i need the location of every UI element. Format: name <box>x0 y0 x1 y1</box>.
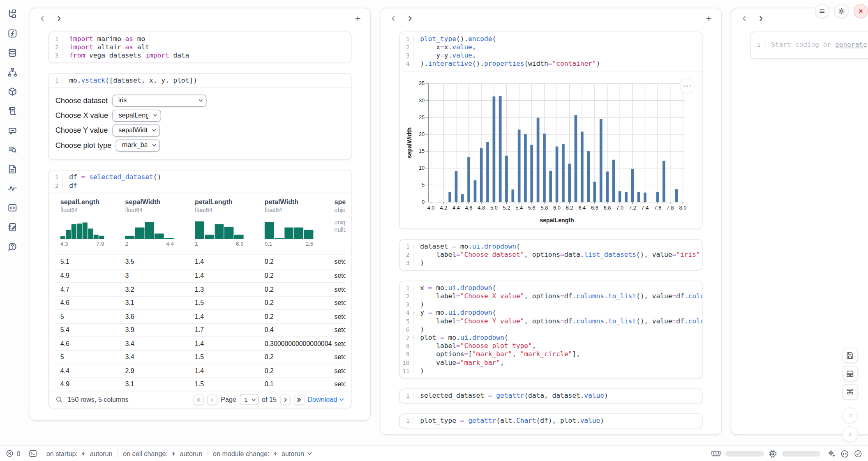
search-icon[interactable] <box>55 396 63 403</box>
last-page-button[interactable] <box>294 394 305 405</box>
scratchpad-icon[interactable] <box>5 220 19 234</box>
column-prev-button[interactable] <box>387 12 399 25</box>
column-histogram <box>60 218 104 239</box>
svg-text:6.2: 6.2 <box>566 205 573 211</box>
column-prev-button[interactable] <box>36 12 48 25</box>
y-value-label: Choose Y value <box>55 126 108 134</box>
table-row: 4.42.91.40.2setosa <box>55 364 346 377</box>
connection-status-button[interactable] <box>854 449 863 458</box>
code-editor[interactable]: 1mo.vstack([dataset, x, y, plot]) <box>49 74 351 88</box>
table-row: 4.63.41.40.30000000000000004setosa <box>55 337 346 350</box>
cpu-icon <box>769 449 778 458</box>
svg-text:5.2: 5.2 <box>503 205 510 211</box>
next-page-button[interactable] <box>280 394 291 405</box>
svg-text:6.4: 6.4 <box>578 205 586 211</box>
first-page-button[interactable] <box>193 394 204 405</box>
help-icon[interactable] <box>5 239 19 254</box>
svg-text:4.2: 4.2 <box>440 205 447 211</box>
chevron-down-icon <box>339 397 344 402</box>
top-right-controls <box>815 4 868 18</box>
errors-indicator[interactable]: 0 <box>5 449 20 458</box>
sidebar <box>0 0 24 445</box>
layout-button[interactable] <box>842 366 858 381</box>
on-startup-toggle[interactable]: on startup: autorun <box>46 449 113 457</box>
altair-chart[interactable]: 4.04.24.44.64.85.05.25.45.65.86.06.26.46… <box>405 76 702 229</box>
svg-text:4.4: 4.4 <box>452 205 460 211</box>
svg-text:5: 5 <box>422 182 425 188</box>
x-value-select[interactable]: sepalLength <box>113 109 162 122</box>
generate-with-ai-link[interactable]: generate <box>835 41 867 49</box>
script-icon[interactable] <box>5 104 19 118</box>
column-prev-button[interactable] <box>738 12 750 25</box>
zap-icon <box>272 450 279 457</box>
chatbot-icon[interactable] <box>5 123 19 137</box>
cell-dataframe: 1df = selected_dataset()2df sepalLength … <box>48 170 351 409</box>
file-explorer-icon[interactable] <box>5 7 19 21</box>
y-value-select[interactable]: sepalWidth <box>112 124 160 136</box>
page-select[interactable]: 1 <box>240 394 259 405</box>
column-header-sepalWidth[interactable]: sepalWidth float64 24.4 <box>120 193 190 255</box>
floating-actions: ⌘ <box>842 348 858 442</box>
snippets-icon[interactable] <box>5 201 19 215</box>
notebook-column-1: 1import marimo as mo2import altair as al… <box>29 8 371 421</box>
dataset-control-row: Choose dataset iris <box>55 93 351 108</box>
packages-icon[interactable] <box>5 84 19 99</box>
tracing-icon[interactable] <box>5 181 19 195</box>
run-button[interactable] <box>842 426 858 442</box>
dataset-select[interactable]: iris <box>112 95 206 107</box>
svg-text:15: 15 <box>419 148 425 154</box>
zap-icon <box>81 450 87 457</box>
keyboard-shortcuts-button[interactable]: ⌘ <box>842 384 858 400</box>
notebook-menu-button[interactable] <box>815 4 829 18</box>
code-editor[interactable]: 1plot_type = getattr(alt.Chart(df), plot… <box>399 414 702 428</box>
column-header-petalLength[interactable]: petalLength float64 16.9 <box>190 193 260 255</box>
column-histogram <box>125 218 174 239</box>
documentation-icon[interactable] <box>5 161 19 176</box>
svg-text:7.6: 7.6 <box>654 205 661 211</box>
terminal-button[interactable] <box>29 449 37 458</box>
database-icon[interactable] <box>5 45 19 60</box>
svg-text:6.0: 6.0 <box>553 205 561 211</box>
add-cell-button[interactable] <box>351 12 364 25</box>
code-editor[interactable]: 1⌄plot_type().encode(2 x=x.value,3 y=y.v… <box>399 32 702 71</box>
code-editor[interactable]: 1import marimo as mo2import altair as al… <box>49 32 351 62</box>
column-header-sepalLength[interactable]: sepalLength float64 4.37.9 <box>55 193 120 255</box>
x-value-label: Choose X value <box>55 111 108 120</box>
stop-button[interactable] <box>842 407 858 423</box>
column-1-topbar <box>29 8 370 28</box>
menu-icon <box>818 7 826 15</box>
on-cell-change-toggle[interactable]: on cell change: autorun <box>123 449 202 457</box>
code-editor[interactable]: 1⌄dataset = mo.ui.dropdown(2 label="Choo… <box>399 240 702 270</box>
svg-text:5.6: 5.6 <box>528 205 536 211</box>
cpu-usage-indicator <box>769 449 778 458</box>
column-header-species[interactable]: species object unique:nulls: <box>329 193 345 255</box>
cell-vstack: 1mo.vstack([dataset, x, y, plot]) Choose… <box>48 73 351 160</box>
code-editor[interactable]: 1df = selected_dataset()2df <box>49 171 351 193</box>
download-button[interactable]: Download <box>307 396 344 403</box>
copilot-icon <box>840 449 850 458</box>
column-next-button[interactable] <box>53 12 65 25</box>
save-button[interactable] <box>842 348 858 363</box>
column-next-button[interactable] <box>755 12 767 25</box>
column-header-petalWidth[interactable]: petalWidth float64 0.12.5 <box>260 193 330 255</box>
ai-assist-button[interactable] <box>827 449 836 458</box>
svg-text:4.0: 4.0 <box>427 205 435 211</box>
settings-button[interactable] <box>834 4 849 18</box>
cell-xy-plot-dropdowns: 1⌄x = mo.ui.dropdown(2 label="Choose X v… <box>399 281 702 378</box>
dependency-graph-icon[interactable] <box>5 65 19 79</box>
logs-icon[interactable] <box>5 142 19 157</box>
prev-page-button[interactable] <box>207 394 218 405</box>
code-editor[interactable]: 1selected_dataset = getattr(data, datase… <box>399 389 702 403</box>
shutdown-button[interactable] <box>854 4 868 18</box>
add-cell-button[interactable] <box>702 12 715 25</box>
cell-dataset-dropdown: 1⌄dataset = mo.ui.dropdown(2 label="Choo… <box>399 239 702 271</box>
copilot-button[interactable] <box>840 449 850 458</box>
on-module-change-toggle[interactable]: on module change: autorun <box>213 449 313 457</box>
plot-type-select[interactable]: mark_bar <box>116 139 160 152</box>
column-next-button[interactable] <box>404 12 416 25</box>
code-editor-empty[interactable]: 1 Start coding or generate with AI <box>750 32 868 58</box>
ram-usage-bar <box>725 451 764 456</box>
code-editor[interactable]: 1⌄x = mo.ui.dropdown(2 label="Choose X v… <box>399 281 702 378</box>
function-square-icon[interactable] <box>5 26 19 40</box>
chart-options-button[interactable] <box>680 78 695 93</box>
